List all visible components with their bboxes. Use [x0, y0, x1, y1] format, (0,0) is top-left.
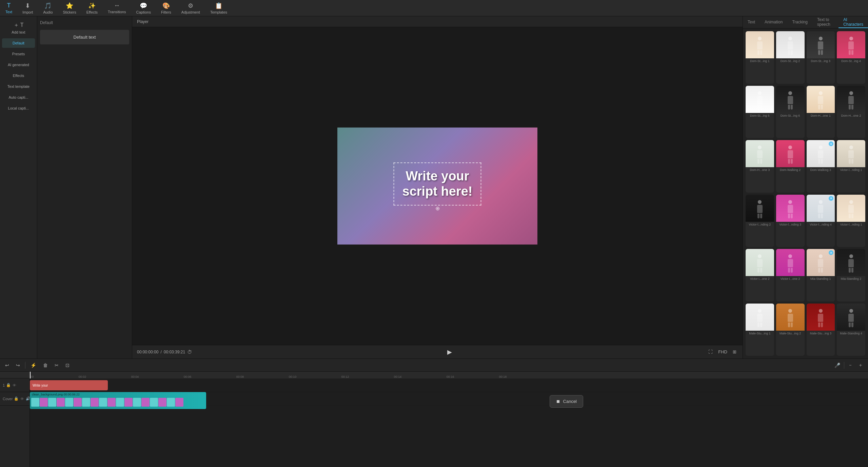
fit-button[interactable]: ⊞ [731, 349, 738, 355]
character-card-victor-landing-x[interactable]: Victor-l...nding 1 [837, 195, 865, 247]
character-card-dom-standing-2[interactable]: Dom-St...ing 2 [776, 31, 805, 84]
add-indicator-mia-standing-1[interactable]: + [829, 250, 833, 255]
transitions-icon: ↔ [114, 2, 120, 9]
toolbar-item-captions-label: Captions [136, 10, 151, 14]
human-leg-left-dom-walking-3 [818, 159, 820, 164]
toolbar-item-import[interactable]: ⬇ Import [20, 1, 35, 16]
mic-button[interactable]: 🎤 [833, 362, 842, 369]
tab-animation-label: Animation [765, 20, 783, 24]
playhead[interactable] [30, 372, 31, 378]
add-indicator-victor-landing-4[interactable]: + [829, 196, 833, 201]
character-card-dom-h-2[interactable]: Dom-H...one 2 [837, 86, 865, 138]
sidebar-item-text-template[interactable]: Text template [2, 82, 35, 91]
sidebar-item-presets[interactable]: Presets [2, 49, 35, 59]
human-body-victor-landing-3 [788, 205, 793, 213]
character-card-male-standing-1[interactable]: Male-Stu...ing 1 [746, 304, 774, 356]
fullscreen-button[interactable]: ⛶ [707, 349, 714, 355]
sidebar-item-ai-generated[interactable]: AI generated [2, 60, 35, 70]
cancel-button[interactable]: ⏹ Cancel [550, 395, 583, 408]
character-card-dom-h-1[interactable]: Dom-H...one 1 [807, 86, 835, 138]
toolbar-item-import-label: Import [22, 10, 33, 14]
sidebar-item-local-caption[interactable]: Local capti... [2, 103, 35, 113]
segment-17 [167, 398, 175, 407]
undo-button[interactable]: ↩ [3, 362, 11, 369]
character-card-mia-standing-1[interactable]: +Mia-Standing 1 [807, 249, 835, 301]
track-visible-button[interactable]: 👁 [12, 383, 17, 388]
human-body-victor-landing-1 [848, 150, 854, 158]
tab-ai-characters[interactable]: AI Characters [839, 16, 868, 28]
human-body-dom-walking-3 [818, 150, 823, 158]
toolbar-item-filters[interactable]: 🎨 Filters [159, 1, 173, 16]
human-body-dom-h-2 [848, 96, 854, 104]
segment-13 [133, 398, 141, 407]
character-name-victor-phone-3: Victor-i...one 2 [776, 276, 805, 281]
character-card-victor-landing-4[interactable]: +Victor-l...nding 4 [807, 195, 835, 247]
character-card-victor-landing-1[interactable]: Victor-l...nding 1 [837, 140, 865, 193]
track-video-visible[interactable]: 👁 [20, 396, 24, 401]
character-name-dom-h-1: Dom-H...one 1 [807, 113, 835, 118]
toolbar-item-stickers[interactable]: ⭐ Stickers [61, 1, 78, 16]
pip-button[interactable]: FHD [717, 349, 729, 355]
default-text-box[interactable]: Default text [40, 30, 129, 44]
zoom-in-button[interactable]: ＋ [856, 361, 865, 369]
zoom-out-button[interactable]: － [846, 361, 854, 369]
toolbar-item-templates[interactable]: 📋 Templates [208, 1, 229, 16]
character-name-victor-landing-4: Victor-l...nding 4 [807, 222, 835, 227]
split-button[interactable]: ⚡ [29, 362, 38, 369]
sidebar-item-add-text[interactable]: ＋ T Add text [2, 19, 35, 37]
tab-text[interactable]: Text [743, 16, 760, 28]
toolbar-item-captions[interactable]: 💬 Captions [134, 1, 153, 16]
character-card-dom-standing-1[interactable]: Dom-St...ing 1 [746, 31, 774, 84]
sidebar-item-effects[interactable]: Effects [2, 71, 35, 80]
track-video-lock[interactable]: 🔒 [14, 396, 19, 401]
delete-button[interactable]: 🗑 [41, 362, 50, 369]
total-time: 00:03:39:21 [164, 350, 185, 354]
toolbar-item-audio[interactable]: 🎵 Audio [41, 1, 55, 16]
tab-tracking[interactable]: Tracking [787, 16, 812, 28]
right-panel: Text Animation Tracking Text to speech A… [743, 16, 868, 358]
text-overlay-box[interactable]: Write your script here! ⊕ [394, 162, 481, 206]
toolbar-item-text-label: Text [5, 10, 12, 14]
track-lock-button[interactable]: 🔒 [6, 383, 11, 388]
character-card-dom-standing-6[interactable]: Dom-St...ing 6 [776, 86, 805, 138]
character-card-dom-standing-3[interactable]: Dom-St...ing 3 [807, 31, 835, 84]
character-card-male-standing-3[interactable]: Male-Stu...ing 3 [807, 304, 835, 356]
play-button[interactable]: ▶ [445, 347, 454, 357]
tab-text-to-speech[interactable]: Text to speech [812, 16, 839, 28]
toolbar-item-transitions[interactable]: ↔ Transitions [106, 1, 128, 15]
human-leg-right-dom-standing-3 [821, 50, 823, 55]
toolbar-item-text[interactable]: T Text [3, 1, 14, 15]
character-card-dom-standing-5[interactable]: Dom-St...ing 5 [746, 86, 774, 138]
character-card-victor-landing-2[interactable]: Victor-l...nding 2 [746, 195, 774, 247]
character-card-mia-standing-2[interactable]: Mia-Standing 2 [837, 249, 865, 301]
video-clip[interactable]: clean_background.png 00:00:06:22 [30, 392, 206, 409]
trim-button[interactable]: ✂ [53, 362, 60, 369]
text-overlay-handle[interactable]: ⊕ [435, 205, 440, 212]
text-clip[interactable]: Write your [30, 380, 108, 390]
human-body-male-standing-4 [848, 314, 854, 322]
toolbar-item-adjustment[interactable]: ⚙ Adjustment [179, 1, 202, 16]
human-legs-victor-landing-x [849, 214, 853, 218]
add-indicator-dom-walking-3[interactable]: + [829, 141, 833, 146]
segment-11 [116, 398, 124, 407]
human-leg-right-victor-landing-3 [791, 214, 793, 218]
timeline-content: 1 🔒 👁 Cover 🔒 👁 🔊 🔗 00:0000:0200:0400 [0, 372, 868, 467]
ruler-mark-3: 00:06 [184, 375, 192, 378]
crop-button[interactable]: ⊡ [64, 362, 71, 369]
human-head-male-standing-1 [758, 309, 762, 313]
character-card-male-standing-4[interactable]: Male-Standing 4 [837, 304, 865, 356]
character-card-dom-standing-4[interactable]: Dom-St...ing 4 [837, 31, 865, 84]
sidebar-item-default[interactable]: Default [2, 38, 35, 48]
character-card-dom-walking-3[interactable]: +Dom-Walking 3 [807, 140, 835, 193]
sidebar-item-auto-caption[interactable]: Auto capti... [2, 93, 35, 102]
main-area: ＋ T Add text Default Presets AI generate… [0, 16, 868, 358]
character-card-male-standing-2[interactable]: Male-Stu...ing 2 [776, 304, 805, 356]
character-card-dom-walking-2[interactable]: Dom-Walking 2 [776, 140, 805, 193]
character-card-dom-h-3[interactable]: Dom-H...one 3 [746, 140, 774, 193]
character-card-victor-landing-3[interactable]: Victor-l...nding 3 [776, 195, 805, 247]
tab-animation[interactable]: Animation [760, 16, 787, 28]
character-card-victor-phone-3[interactable]: Victor-i...one 2 [776, 249, 805, 301]
redo-button[interactable]: ↪ [14, 362, 22, 369]
toolbar-item-effects[interactable]: ✨ Effects [84, 1, 100, 16]
character-card-victor-phone-2[interactable]: Victor-i...one 2 [746, 249, 774, 301]
